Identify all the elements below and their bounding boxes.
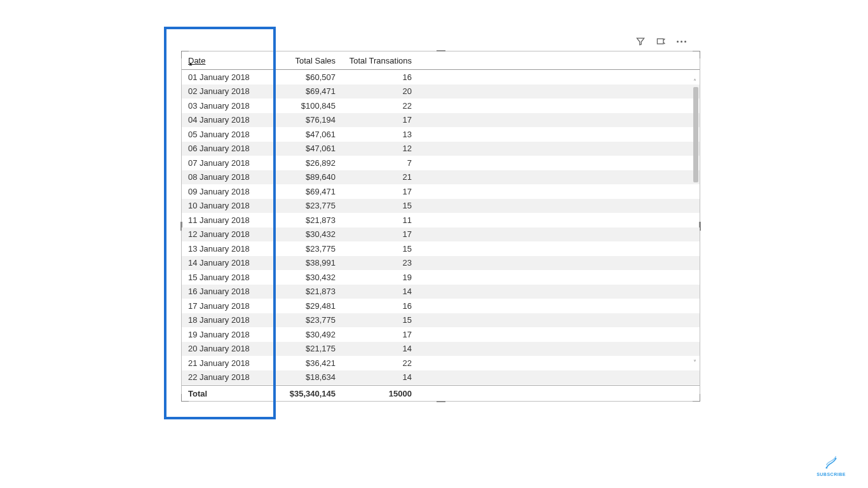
cell-date: 20 January 2018	[188, 344, 277, 353]
cell-trans: 17	[341, 229, 417, 239]
cell-date: 10 January 2018	[188, 201, 277, 210]
table-row[interactable]: 11 January 2018$21,87311	[182, 213, 700, 227]
subscribe-logo-icon	[824, 456, 839, 471]
cell-trans: 20	[341, 86, 417, 96]
subscribe-badge[interactable]: SUBSCRIBE	[813, 456, 849, 477]
table-row[interactable]: 10 January 2018$23,77515	[182, 199, 700, 214]
cell-trans: 23	[341, 258, 417, 268]
table-row[interactable]: 18 January 2018$23,77515	[182, 313, 700, 328]
table-row[interactable]: 20 January 2018$21,17514	[182, 342, 700, 356]
cell-sales: $30,432	[277, 273, 341, 282]
cell-trans: 15	[341, 244, 417, 254]
cell-date: 22 January 2018	[188, 372, 277, 382]
table-row[interactable]: 14 January 2018$38,99123	[182, 256, 700, 271]
cell-sales: $18,634	[277, 372, 341, 382]
cell-date: 08 January 2018	[188, 172, 277, 182]
table-row[interactable]: 21 January 2018$36,42122	[182, 356, 700, 370]
cell-trans: 13	[341, 130, 417, 139]
cell-date: 05 January 2018	[188, 130, 277, 139]
visual-action-bar	[635, 34, 687, 48]
table-row[interactable]: 17 January 2018$29,48116	[182, 299, 700, 313]
total-sales: $35,340,145	[277, 389, 341, 398]
cell-date: 06 January 2018	[188, 144, 277, 153]
table-total-row: Total $35,340,145 15000	[182, 385, 700, 401]
cell-date: 13 January 2018	[188, 244, 277, 254]
cell-trans: 7	[341, 158, 417, 168]
cell-date: 03 January 2018	[188, 101, 277, 111]
cell-sales: $21,873	[277, 215, 341, 225]
cell-trans: 11	[341, 215, 417, 225]
cell-sales: $26,892	[277, 158, 341, 168]
cell-date: 11 January 2018	[188, 215, 277, 225]
more-options-icon[interactable]	[675, 36, 687, 47]
table-row[interactable]: 01 January 2018$60,50716	[182, 70, 700, 85]
table-row[interactable]: 07 January 2018$26,8927	[182, 156, 700, 170]
cell-trans: 16	[341, 72, 417, 82]
table-body: 01 January 2018$60,5071602 January 2018$…	[182, 70, 700, 385]
cell-trans: 14	[341, 372, 417, 382]
cell-trans: 17	[341, 330, 417, 339]
svg-rect-0	[657, 39, 663, 44]
cell-date: 01 January 2018	[188, 72, 277, 82]
table-row[interactable]: 08 January 2018$89,64021	[182, 170, 700, 185]
cell-date: 21 January 2018	[188, 358, 277, 368]
cell-trans: 22	[341, 358, 417, 368]
focus-mode-icon[interactable]	[655, 36, 667, 47]
cell-trans: 17	[341, 187, 417, 196]
subscribe-label: SUBSCRIBE	[817, 472, 846, 477]
cell-date: 02 January 2018	[188, 86, 277, 96]
table-row[interactable]: 09 January 2018$69,47117	[182, 184, 700, 199]
cell-date: 04 January 2018	[188, 115, 277, 125]
table-row[interactable]: 19 January 2018$30,49217	[182, 327, 700, 342]
cell-trans: 22	[341, 101, 417, 111]
table-row[interactable]: 06 January 2018$47,06112	[182, 142, 700, 156]
cell-date: 19 January 2018	[188, 330, 277, 339]
cell-sales: $23,775	[277, 244, 341, 254]
cell-sales: $47,061	[277, 144, 341, 153]
column-header-date[interactable]: Date	[188, 56, 277, 65]
table-row[interactable]: 04 January 2018$76,19417	[182, 113, 700, 128]
cell-sales: $69,471	[277, 187, 341, 196]
cell-date: 18 January 2018	[188, 315, 277, 325]
table-row[interactable]: 03 January 2018$100,84522	[182, 98, 700, 113]
scrollbar-thumb[interactable]	[693, 87, 698, 182]
cell-sales: $76,194	[277, 115, 341, 125]
cell-date: 15 January 2018	[188, 273, 277, 282]
table-row[interactable]: 13 January 2018$23,77515	[182, 241, 700, 256]
column-header-trans[interactable]: Total Transations	[341, 56, 417, 65]
cell-sales: $60,507	[277, 72, 341, 82]
table-row[interactable]: 22 January 2018$18,63414	[182, 370, 700, 385]
cell-trans: 21	[341, 172, 417, 182]
cell-sales: $23,775	[277, 201, 341, 210]
cell-sales: $47,061	[277, 130, 341, 139]
column-header-sales[interactable]: Total Sales	[277, 56, 341, 65]
cell-sales: $38,991	[277, 258, 341, 268]
cell-trans: 16	[341, 301, 417, 311]
cell-trans: 14	[341, 287, 417, 296]
cell-trans: 17	[341, 115, 417, 125]
cell-trans: 14	[341, 344, 417, 353]
cell-sales: $36,421	[277, 358, 341, 368]
table-visual-frame[interactable]: Date Total Sales Total Transations 01 Ja…	[181, 51, 700, 402]
cell-sales: $23,775	[277, 315, 341, 325]
table-header-row: Date Total Sales Total Transations	[182, 51, 700, 70]
cell-date: 17 January 2018	[188, 301, 277, 311]
cell-sales: $89,640	[277, 172, 341, 182]
scroll-up-icon[interactable]: ˄	[691, 78, 698, 86]
cell-trans: 15	[341, 201, 417, 210]
scroll-down-icon[interactable]: ˅	[691, 359, 698, 367]
table-row[interactable]: 02 January 2018$69,47120	[182, 85, 700, 99]
cell-sales: $100,845	[277, 101, 341, 111]
table-row[interactable]: 05 January 2018$47,06113	[182, 127, 700, 142]
cell-sales: $30,432	[277, 229, 341, 239]
cell-sales: $30,492	[277, 330, 341, 339]
table-row[interactable]: 15 January 2018$30,43219	[182, 270, 700, 285]
table-row[interactable]: 12 January 2018$30,43217	[182, 227, 700, 242]
cell-date: 09 January 2018	[188, 187, 277, 196]
filter-icon[interactable]	[635, 36, 646, 47]
cell-trans: 15	[341, 315, 417, 325]
scrollbar-track[interactable]: ˄ ˅	[691, 71, 698, 384]
total-trans: 15000	[341, 389, 417, 398]
table-row[interactable]: 16 January 2018$21,87314	[182, 285, 700, 299]
cell-trans: 19	[341, 273, 417, 282]
